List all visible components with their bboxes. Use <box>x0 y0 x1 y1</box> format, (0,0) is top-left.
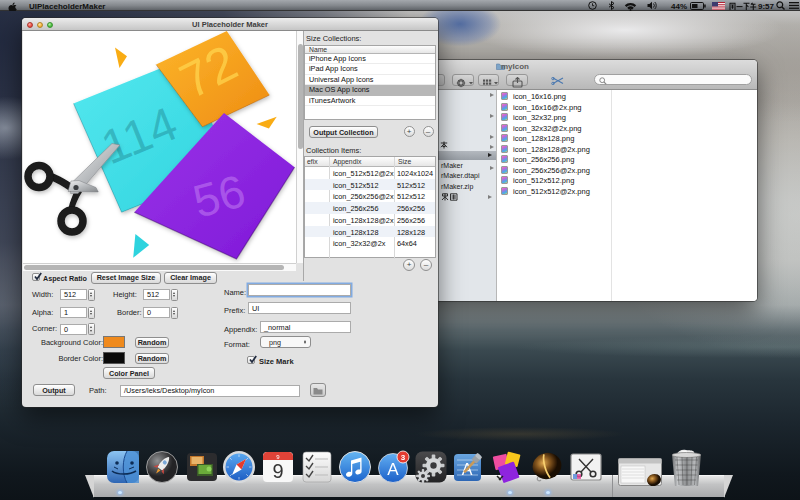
svg-text:9: 9 <box>272 460 283 482</box>
svg-text:3: 3 <box>401 453 406 462</box>
svg-text:A: A <box>387 460 399 479</box>
